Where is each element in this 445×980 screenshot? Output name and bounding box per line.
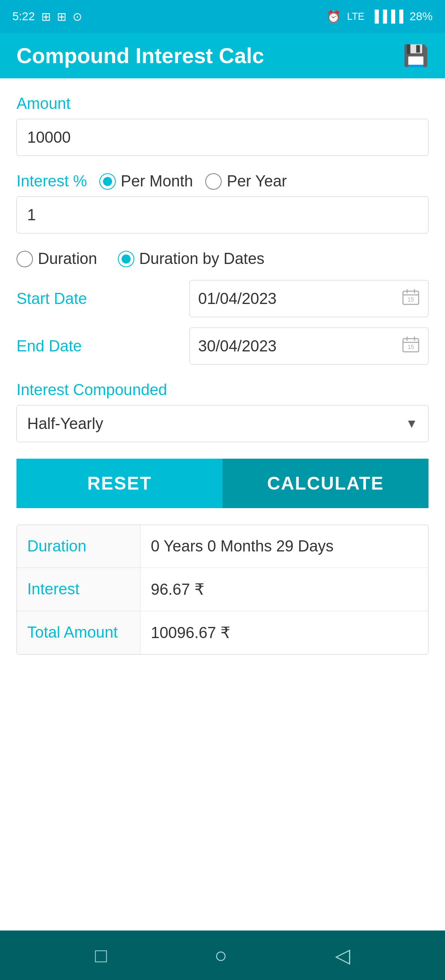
interest-section: Interest % Per Month Per Year bbox=[16, 172, 429, 233]
interest-input[interactable] bbox=[16, 196, 429, 233]
calculate-button[interactable]: CALCULATE bbox=[222, 459, 429, 508]
duration-radio-row: Duration Duration by Dates bbox=[16, 250, 429, 268]
time-display: 5:22 bbox=[12, 10, 35, 23]
duration-by-dates-radio[interactable] bbox=[118, 251, 134, 267]
per-year-radio[interactable] bbox=[205, 173, 222, 190]
svg-text:15: 15 bbox=[408, 344, 414, 350]
total-amount-result-key: Total Amount bbox=[17, 611, 141, 654]
nav-back-icon[interactable]: ◁ bbox=[335, 944, 350, 967]
amount-label: Amount bbox=[16, 95, 429, 113]
app-title: Compound Interest Calc bbox=[16, 43, 264, 68]
status-left: 5:22 ⊞ ⊞ ⊙ bbox=[12, 10, 82, 24]
interest-pct-label: Interest % bbox=[16, 172, 87, 190]
compounded-value: Half-Yearly bbox=[27, 415, 103, 433]
signal-icon: ▐▐▐▐ bbox=[371, 10, 403, 23]
app-header: Compound Interest Calc 💾 bbox=[0, 33, 445, 78]
total-amount-result-value: 10096.67 ₹ bbox=[141, 611, 428, 654]
status-bar: 5:22 ⊞ ⊞ ⊙ ⏰ LTE ▐▐▐▐ 28% bbox=[0, 0, 445, 33]
interest-result-key: Interest bbox=[17, 568, 141, 611]
start-date-label: Start Date bbox=[16, 290, 87, 308]
refresh-icon: ⊙ bbox=[73, 10, 82, 24]
results-table: Duration 0 Years 0 Months 29 Days Intere… bbox=[16, 525, 429, 655]
end-date-value: 30/04/2023 bbox=[198, 337, 276, 355]
per-month-label: Per Month bbox=[121, 172, 193, 190]
nav-bar: □ ○ ◁ bbox=[0, 931, 445, 980]
nav-square-icon[interactable]: □ bbox=[95, 944, 107, 967]
amount-section: Amount bbox=[16, 95, 429, 156]
compounded-dropdown[interactable]: Half-Yearly ▼ bbox=[16, 405, 429, 442]
per-year-label: Per Year bbox=[227, 172, 287, 190]
duration-radio-label: Duration bbox=[38, 250, 97, 268]
alarm-icon: ⏰ bbox=[326, 10, 341, 24]
per-month-radio-group[interactable]: Per Month bbox=[99, 172, 193, 190]
duration-result-value: 0 Years 0 Months 29 Days bbox=[141, 525, 428, 568]
spacer bbox=[0, 801, 445, 931]
main-content: Amount Interest % Per Month Per Year Dur… bbox=[0, 78, 445, 801]
end-calendar-icon[interactable]: 15 bbox=[402, 335, 420, 357]
grid-icon-1: ⊞ bbox=[41, 10, 51, 24]
reset-button[interactable]: RESET bbox=[16, 459, 222, 508]
svg-text:15: 15 bbox=[408, 296, 414, 303]
end-date-input[interactable]: 30/04/2023 15 bbox=[190, 327, 429, 365]
duration-radio-group[interactable]: Duration bbox=[16, 250, 97, 268]
duration-result-key: Duration bbox=[17, 525, 141, 568]
save-icon[interactable]: 💾 bbox=[403, 44, 429, 68]
duration-by-dates-label: Duration by Dates bbox=[139, 250, 265, 268]
end-date-label: End Date bbox=[16, 337, 82, 355]
dropdown-arrow-icon: ▼ bbox=[405, 417, 418, 431]
amount-input[interactable] bbox=[16, 119, 429, 156]
interest-result-value: 96.67 ₹ bbox=[141, 568, 428, 611]
per-month-radio[interactable] bbox=[99, 173, 116, 190]
duration-by-dates-radio-group[interactable]: Duration by Dates bbox=[118, 250, 265, 268]
duration-radio-section: Duration Duration by Dates Start Date 01… bbox=[16, 250, 429, 365]
duration-result-row: Duration 0 Years 0 Months 29 Days bbox=[17, 525, 428, 568]
duration-radio[interactable] bbox=[16, 251, 33, 267]
end-date-row: End Date 30/04/2023 15 bbox=[16, 327, 429, 365]
status-right: ⏰ LTE ▐▐▐▐ 28% bbox=[326, 10, 433, 24]
compounded-label: Interest Compounded bbox=[16, 381, 429, 399]
lte-icon: LTE bbox=[347, 11, 364, 22]
interest-result-row: Interest 96.67 ₹ bbox=[17, 568, 428, 611]
compounded-section: Interest Compounded Half-Yearly ▼ bbox=[16, 381, 429, 442]
total-amount-result-row: Total Amount 10096.67 ₹ bbox=[17, 611, 428, 654]
start-date-input[interactable]: 01/04/2023 15 bbox=[190, 280, 429, 317]
start-calendar-icon[interactable]: 15 bbox=[402, 288, 420, 310]
per-year-radio-group[interactable]: Per Year bbox=[205, 172, 287, 190]
action-buttons: RESET CALCULATE bbox=[16, 459, 429, 508]
nav-home-icon[interactable]: ○ bbox=[214, 943, 227, 968]
start-date-row: Start Date 01/04/2023 15 bbox=[16, 280, 429, 317]
battery-display: 28% bbox=[410, 10, 433, 23]
grid-icon-2: ⊞ bbox=[57, 10, 66, 24]
start-date-value: 01/04/2023 bbox=[198, 290, 276, 308]
interest-label-row: Interest % Per Month Per Year bbox=[16, 172, 429, 190]
